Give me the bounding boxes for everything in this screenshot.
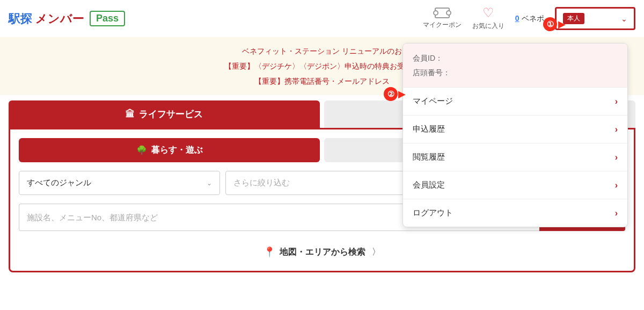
logo-pass: Pass xyxy=(90,11,125,26)
store-no-label: 店頭番号： xyxy=(413,68,450,77)
chevron-down-icon: ⌄ xyxy=(621,15,627,23)
refine-placeholder: さらに絞り込む xyxy=(233,178,290,188)
chevron-right-icon: 〉 xyxy=(372,247,380,258)
sub-tab-live-play[interactable]: 🌳 暮らす・遊ぶ xyxy=(19,138,320,162)
favorite-label: お気に入り xyxy=(472,21,504,31)
logo-ekitan: 駅探 xyxy=(9,11,32,27)
dropdown-item-label: 申込履歴 xyxy=(413,124,445,134)
header-right: マイクーポン ♡ お気に入り 0 ベネポ 本人 ⌄ xyxy=(423,6,635,31)
chevron-down-icon: ⌄ xyxy=(207,179,212,187)
points-count: 0 xyxy=(515,14,519,23)
umbrella-icon: 🏛 xyxy=(126,109,135,120)
user-dropdown-menu: 会員ID： 店頭番号： マイページ › 申込履歴 › 閲覧履歴 › 会員設定 ›… xyxy=(402,43,628,227)
coupon-label: マイクーポン xyxy=(423,20,462,30)
favorite-link[interactable]: ♡ お気に入り xyxy=(472,6,504,31)
genre-select[interactable]: すべてのジャンル ⌄ xyxy=(19,171,220,195)
map-search-label: 地図・エリアから検索 xyxy=(280,247,365,258)
annotation-arrow-2: ▶ xyxy=(398,88,406,100)
dropdown-item-settings[interactable]: 会員設定 › xyxy=(403,171,627,199)
dropdown-item-label: 閲覧履歴 xyxy=(413,152,445,162)
dropdown-item-logout[interactable]: ログアウト › xyxy=(403,199,627,227)
map-area-search[interactable]: 📍 地図・エリアから検索 〉 xyxy=(19,242,625,262)
dropdown-item-label: 会員設定 xyxy=(413,180,445,190)
chevron-right-icon: › xyxy=(615,125,618,134)
tab-label: ライフサービス xyxy=(139,108,203,120)
annotation-marker-1: ① xyxy=(543,17,557,31)
genre-value: すべてのジャンル xyxy=(27,178,91,188)
points-text: ベネポ xyxy=(522,14,544,23)
logo[interactable]: 駅探 メンバー Pass xyxy=(9,11,125,27)
dropdown-item-label: ログアウト xyxy=(413,208,453,218)
chevron-right-icon: › xyxy=(615,153,618,162)
tree-icon: 🌳 xyxy=(136,145,147,155)
dropdown-item-label: マイページ xyxy=(413,96,453,106)
dropdown-item-mypage[interactable]: マイページ › xyxy=(403,87,627,115)
dropdown-user-info: 会員ID： 店頭番号： xyxy=(403,44,627,87)
coupon-icon xyxy=(435,8,450,18)
sub-tab-label: 暮らす・遊ぶ xyxy=(151,145,203,156)
refine-select[interactable]: さらに絞り込む ⌄ xyxy=(225,171,427,195)
notice-line-2[interactable]: 【重要】〈デジチケ〉〈デジポン〉申込時の特典お受け取 xyxy=(224,62,420,70)
user-dropdown-toggle[interactable]: 本人 ⌄ xyxy=(555,7,635,30)
chevron-right-icon: › xyxy=(615,208,618,218)
annotation-marker-2: ② xyxy=(384,87,398,101)
points[interactable]: 0 ベネポ xyxy=(515,13,544,24)
heart-icon: ♡ xyxy=(482,6,494,19)
chevron-right-icon: › xyxy=(615,97,618,106)
annotation-arrow-1: ▶ xyxy=(558,18,566,30)
member-id-label: 会員ID： xyxy=(413,54,443,62)
chevron-right-icon: › xyxy=(615,181,618,190)
notice-line-3[interactable]: 【重要】携帯電話番号・メールアドレス xyxy=(254,77,390,85)
dropdown-item-view-history[interactable]: 閲覧履歴 › xyxy=(403,143,627,171)
user-label: 本人 xyxy=(563,13,584,24)
my-coupon-link[interactable]: マイクーポン xyxy=(423,8,462,30)
pin-icon: 📍 xyxy=(264,246,275,258)
tab-life-service[interactable]: 🏛 ライフサービス xyxy=(9,100,320,128)
dropdown-item-order-history[interactable]: 申込履歴 › xyxy=(403,115,627,143)
notice-line-1[interactable]: ベネフィット・ステーション リニューアルのお xyxy=(242,47,402,55)
logo-member: メンバー xyxy=(35,11,84,27)
